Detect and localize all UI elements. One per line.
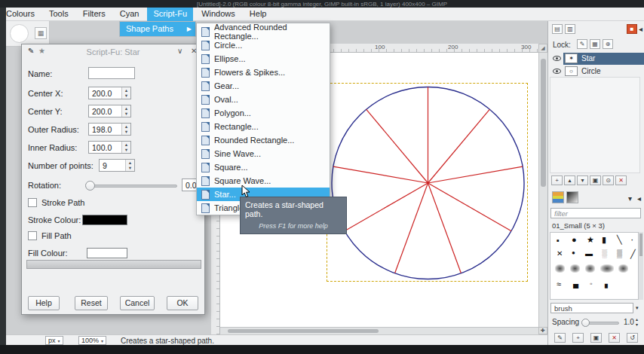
brush-filter-input[interactable] [550,208,641,218]
brush-thumbnail[interactable]: ╲ [617,235,622,245]
pattern-preview[interactable]: ▦ [35,27,47,39]
menu-windows[interactable]: Windows [195,8,241,21]
menu-item-ellipse[interactable]: Ellipse... [197,52,330,66]
rotation-slider-handle[interactable] [85,181,95,191]
unit-combo[interactable]: px▾ [45,336,63,345]
canvas-vscrollbar[interactable] [538,53,547,327]
brush-thumbnail[interactable] [618,264,628,273]
spin-arrows[interactable]: ▲▼ [121,142,130,153]
menu-cyan[interactable]: Cyan [114,8,146,21]
cancel-button[interactable]: Cancel [120,296,155,310]
brush-grid-scrollbar[interactable] [639,232,643,300]
menu-item-shape-paths[interactable]: Shape Paths ▶ [120,22,195,36]
menu-tools[interactable]: Tools [43,8,75,21]
brush-thumbnail[interactable]: ▬ [585,249,593,258]
brush-thumbnail[interactable]: ╱ [630,249,636,259]
menu-item-rounded-rectangle[interactable]: Rounded Rectangle... [197,133,330,147]
spin-arrows[interactable]: ▲▼ [121,87,130,99]
spacing-slider-handle[interactable] [581,319,590,327]
brush-thumbnail[interactable]: ▖ [605,279,611,288]
menu-filters[interactable]: Filters [77,8,112,21]
spin-up-icon[interactable]: ▲ [122,124,130,129]
layer-thumbnail[interactable]: ✶ [565,53,578,63]
layer-row-star[interactable]: ✶ Star [563,53,644,65]
brush-thumbnail[interactable] [585,264,595,273]
dock-highlight-icon[interactable]: ■ [627,24,637,34]
new-brush-button[interactable]: + [572,333,584,343]
gradients-tab-icon[interactable] [566,191,578,203]
brush-thumbnail[interactable]: ✕ [557,249,563,258]
brush-preview[interactable] [10,24,29,43]
spin-down-icon[interactable]: ▾ [636,322,638,327]
layers-tab-icon[interactable]: ▤ [552,24,563,34]
lock-pixels-icon[interactable]: ✎ [577,39,587,49]
help-button[interactable]: Help [28,296,60,310]
new-layer-button[interactable]: + [551,175,563,185]
stroke-colour-swatch[interactable] [82,215,127,225]
dock-collapse-icon[interactable]: ◂ [637,194,641,203]
brush-thumbnail[interactable] [555,264,565,273]
spin-down-icon[interactable]: ▼ [126,165,134,170]
edit-brush-button[interactable]: ✎ [554,333,566,343]
canvas-menu-button[interactable]: ◢ [538,44,547,53]
fill-colour-swatch[interactable] [87,248,127,258]
menu-item-advanced-rounded-rectangle[interactable]: Advanced Rounded Rectangle... [197,25,330,38]
menu-help[interactable]: Help [244,8,273,21]
menu-item-oval[interactable]: Oval... [197,93,330,106]
brush-tag-input[interactable] [550,303,633,313]
delete-brush-button[interactable]: ✕ [609,333,620,343]
spin-up-icon[interactable]: ▲ [126,160,134,165]
lower-layer-button[interactable]: ▾ [577,175,588,185]
menu-item-polygon[interactable]: Polygon... [197,106,330,120]
spin-up-icon[interactable]: ▲ [122,142,130,147]
spin-up-icon[interactable]: ▴ [636,316,638,322]
duplicate-layer-button[interactable]: ▣ [590,175,601,185]
dock-collapse-icon[interactable]: ◂ [639,25,642,33]
center-y-spinner[interactable]: 200.0 ▲▼ [88,105,131,117]
brush-grid[interactable]: ▪ ● ★ ▮ ╲ · ✕ ● ▬ ░ ▒ ╱ ≈ ▄ ◦ ▖ [550,232,639,300]
duplicate-brush-button[interactable]: ▣ [590,333,602,343]
brush-thumbnail[interactable]: ▪ [557,236,560,245]
spin-arrows[interactable]: ▲▼ [121,124,130,135]
chevron-down-icon[interactable]: ▾ [636,305,639,311]
spin-down-icon[interactable]: ▼ [122,93,130,98]
stroke-path-checkbox[interactable] [28,198,37,207]
brush-thumbnail[interactable] [600,264,614,273]
brush-thumbnail[interactable]: ▮ [602,235,606,245]
canvas-hscrollbar[interactable] [220,327,538,334]
brush-thumbnail[interactable]: · [630,233,633,245]
delete-layer-button[interactable]: ✕ [615,175,627,185]
center-x-spinner[interactable]: 200.0 ▲▼ [88,87,131,99]
canvas-navigation-button[interactable]: ✚ [538,327,547,334]
reset-button[interactable]: Reset [75,296,108,310]
menu-item-square[interactable]: Square... [197,160,330,174]
anchor-layer-button[interactable]: ⊙ [603,175,614,185]
number-of-points-spinner[interactable]: 9 ▲▼ [99,159,135,172]
brush-thumbnail[interactable]: ≈ [557,279,561,288]
rotation-slider[interactable] [88,185,177,188]
hscroll-thumb[interactable] [228,329,379,333]
brush-thumbnail[interactable]: ▒ [617,249,622,258]
outer-radius-spinner[interactable]: 198.0 ▲▼ [88,123,131,136]
brush-thumbnail[interactable]: ● [572,235,577,244]
brush-thumbnail[interactable]: ◦ [590,279,593,288]
name-input[interactable] [88,67,135,79]
brush-thumbnail[interactable]: ░ [602,249,607,258]
lock-alpha-icon[interactable]: ▦ [590,39,600,49]
channels-tab-icon[interactable]: ▥ [565,24,575,34]
menu-item-rectangle[interactable]: Rectangle... [197,120,330,133]
brush-thumbnail[interactable] [570,264,580,273]
spin-arrows[interactable]: ▲▼ [125,160,134,171]
raise-layer-button[interactable]: ▴ [564,175,575,185]
vscroll-thumb[interactable] [541,59,546,187]
chevron-down-icon[interactable]: ▾ [628,194,632,203]
layer-visibility-icon[interactable] [553,56,561,61]
menu-colours[interactable]: Colours [0,8,41,21]
menu-item-gear[interactable]: Gear... [197,79,330,93]
collapse-icon[interactable]: ∨ [177,47,182,55]
brush-thumbnail[interactable]: ★ [587,235,594,245]
spin-up-icon[interactable]: ▲ [122,105,130,111]
window-titlebar[interactable]: [Untitled]-2.0 (RGB colour 8-bit gamma i… [0,0,644,8]
brush-thumbnail[interactable]: ● [572,249,575,256]
spin-down-icon[interactable]: ▼ [122,129,130,134]
